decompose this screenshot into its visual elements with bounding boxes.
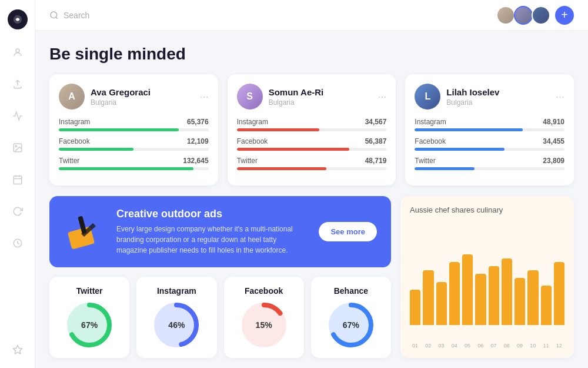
stat-row: Twitter 23,809 bbox=[415, 157, 564, 170]
promo-title: Creative outdoor ads bbox=[116, 208, 307, 220]
donut-chart: 46% bbox=[153, 301, 200, 349]
stat-value: 34,567 bbox=[365, 118, 387, 126]
stat-row: Facebook 34,455 bbox=[415, 137, 564, 151]
sidebar-item-clock[interactable] bbox=[9, 234, 26, 252]
add-user-button[interactable]: + bbox=[555, 6, 574, 25]
social-card-facebook: Facebook 15% bbox=[224, 277, 304, 358]
social-platform-name: Facebook bbox=[245, 286, 283, 296]
donut-value: 15% bbox=[256, 320, 272, 330]
chart-bar bbox=[554, 262, 564, 325]
sidebar-item-refresh[interactable] bbox=[9, 203, 26, 220]
svg-point-14 bbox=[71, 239, 80, 248]
more-options-button[interactable]: ··· bbox=[200, 91, 209, 103]
donut-value: 67% bbox=[81, 320, 98, 330]
chart-labels: 010203040506070809101112 bbox=[410, 343, 564, 349]
progress-fill bbox=[415, 167, 475, 170]
social-card-instagram: Instagram 46% bbox=[136, 277, 216, 358]
user-name: Somun Ae-Ri bbox=[269, 87, 324, 97]
card-header: A Ava Gregoraci Bulgaria ··· bbox=[59, 84, 209, 110]
sidebar-item-person[interactable] bbox=[9, 44, 26, 61]
progress-bar bbox=[59, 167, 209, 170]
user-country: Bulgaria bbox=[446, 98, 499, 107]
search-icon bbox=[49, 11, 59, 20]
progress-fill bbox=[59, 167, 193, 170]
card-header: S Somun Ae-Ri Bulgaria ··· bbox=[237, 84, 387, 110]
stat-row: Facebook 56,387 bbox=[237, 137, 387, 151]
stat-value: 48,910 bbox=[543, 118, 564, 126]
sidebar bbox=[0, 0, 35, 368]
stat-platform: Twitter bbox=[415, 157, 435, 165]
donut-value: 67% bbox=[343, 320, 359, 330]
svg-line-11 bbox=[56, 17, 58, 19]
stat-platform: Facebook bbox=[415, 137, 446, 145]
progress-fill bbox=[415, 148, 505, 151]
progress-bar bbox=[415, 167, 564, 170]
chart-bar bbox=[541, 286, 552, 325]
stat-platform: Instagram bbox=[237, 118, 268, 126]
stat-platform: Instagram bbox=[415, 118, 446, 126]
stat-value: 132,645 bbox=[183, 157, 208, 165]
donut-chart: 67% bbox=[328, 301, 375, 349]
sidebar-item-upload[interactable] bbox=[9, 75, 26, 93]
svg-rect-4 bbox=[14, 176, 22, 184]
chart-label: 10 bbox=[527, 343, 538, 349]
card-user: S Somun Ae-Ri Bulgaria bbox=[237, 84, 324, 110]
stat-value: 65,376 bbox=[187, 118, 209, 126]
bottom-row: Creative outdoor ads Every large design … bbox=[49, 196, 574, 358]
more-options-button[interactable]: ··· bbox=[556, 91, 564, 103]
card-user: L Lilah Ioselev Bulgaria bbox=[415, 84, 499, 110]
sidebar-logo[interactable] bbox=[8, 9, 28, 29]
chart-bar bbox=[514, 278, 525, 325]
content-area: Be single minded A Ava Gregoraci Bulgari… bbox=[35, 31, 588, 368]
svg-point-3 bbox=[15, 145, 16, 147]
search-bar[interactable]: Search bbox=[49, 11, 89, 20]
progress-fill bbox=[59, 128, 179, 131]
sidebar-item-star[interactable] bbox=[9, 341, 26, 359]
more-options-button[interactable]: ··· bbox=[377, 91, 386, 103]
influencer-card-2: L Lilah Ioselev Bulgaria ··· Instagram 4… bbox=[405, 74, 574, 185]
user-country: Bulgaria bbox=[269, 98, 324, 107]
progress-fill bbox=[237, 148, 349, 151]
chart-bar bbox=[436, 282, 447, 325]
stat-row: Facebook 12,109 bbox=[59, 137, 209, 151]
chart-label: 06 bbox=[475, 343, 486, 349]
svg-point-1 bbox=[16, 49, 19, 52]
chart-bar bbox=[475, 274, 486, 325]
stat-value: 34,455 bbox=[543, 137, 564, 145]
avatar-2 bbox=[514, 6, 533, 25]
stat-value: 12,109 bbox=[187, 137, 209, 145]
social-card-twitter: Twitter 67% bbox=[49, 277, 129, 358]
progress-fill bbox=[415, 128, 522, 131]
user-avatar: A bbox=[59, 84, 85, 110]
see-more-button[interactable]: See more bbox=[319, 222, 377, 241]
progress-bar bbox=[59, 148, 209, 151]
stat-value: 48,719 bbox=[365, 157, 387, 165]
user-avatar: L bbox=[415, 84, 440, 110]
chart-label: 05 bbox=[462, 343, 473, 349]
user-avatar: S bbox=[237, 84, 263, 110]
sidebar-item-calendar[interactable] bbox=[9, 171, 26, 188]
donut-chart: 67% bbox=[66, 301, 113, 349]
card-header: L Lilah Ioselev Bulgaria ··· bbox=[415, 84, 564, 110]
stat-value: 56,387 bbox=[365, 137, 387, 145]
chart-label: 02 bbox=[423, 343, 433, 349]
chart-card: Aussie chef shares culinary 010203040506… bbox=[400, 196, 574, 358]
social-platform-name: Instagram bbox=[157, 286, 196, 296]
social-stats-row: Twitter 67% Instagram 46% Facebook 15% bbox=[49, 277, 391, 358]
stat-platform: Twitter bbox=[59, 157, 79, 165]
chart-label: 04 bbox=[449, 343, 460, 349]
sidebar-item-activity[interactable] bbox=[9, 107, 26, 125]
promo-text: Creative outdoor ads Every large design … bbox=[116, 208, 307, 256]
promo-icon bbox=[64, 211, 105, 253]
user-name: Lilah Ioselev bbox=[446, 87, 499, 97]
promo-card: Creative outdoor ads Every large design … bbox=[49, 196, 391, 267]
chart-label: 07 bbox=[489, 343, 499, 349]
user-country: Bulgaria bbox=[91, 98, 151, 107]
donut-value: 46% bbox=[168, 320, 185, 330]
chart-bar bbox=[489, 266, 499, 325]
sidebar-item-image[interactable] bbox=[9, 139, 26, 157]
header-avatars: + bbox=[496, 6, 574, 25]
svg-point-10 bbox=[51, 12, 57, 18]
chart-title: Aussie chef shares culinary bbox=[410, 205, 564, 214]
page-title: Be single minded bbox=[49, 45, 574, 64]
